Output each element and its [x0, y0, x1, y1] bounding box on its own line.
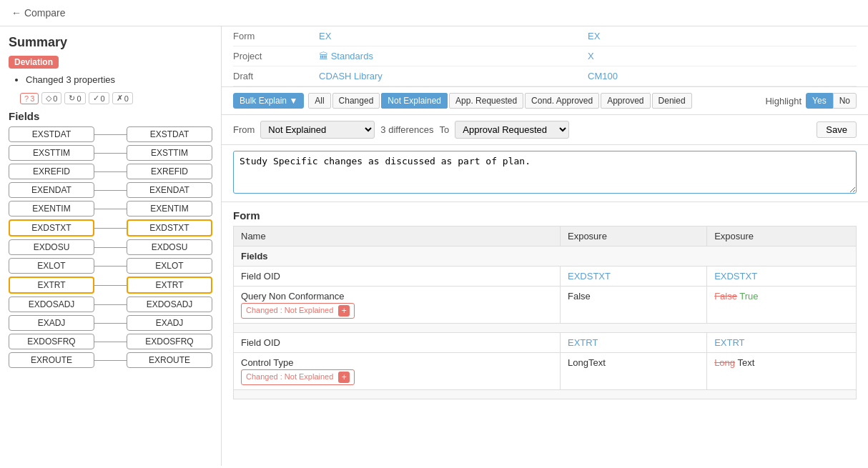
- field-oid-right[interactable]: EXDSTXT: [707, 267, 857, 287]
- filter-tab[interactable]: App. Requested: [449, 93, 523, 109]
- form-section-title: Form: [233, 202, 857, 226]
- field-right-box: EXSTTIM: [127, 145, 212, 161]
- list-item: EXDSTXT EXDSTXT: [9, 219, 212, 237]
- info-row-project: Project 🏛 Standards X: [233, 46, 857, 66]
- field-connector: [94, 228, 127, 229]
- plus-button[interactable]: +: [338, 305, 350, 317]
- list-item: EXTRT EXTRT: [9, 277, 212, 294]
- highlight-label: Highlight: [765, 96, 802, 106]
- field-connector: [94, 134, 127, 135]
- old-value: False: [714, 291, 737, 302]
- list-item: EXSTDAT EXSTDAT: [9, 126, 212, 142]
- list-item: EXREFID EXREFID: [9, 164, 212, 179]
- field-connector: [94, 342, 127, 342]
- plus-button[interactable]: +: [338, 372, 350, 383]
- spacer-row: [234, 390, 857, 399]
- field-connector: [94, 190, 127, 191]
- changed-props-label: Changed 3 properties: [26, 74, 212, 85]
- project-label: Project: [233, 51, 319, 61]
- filter-tab[interactable]: Denied: [652, 93, 692, 109]
- project-right-value[interactable]: X: [588, 51, 594, 61]
- right-value: False True: [707, 287, 857, 324]
- back-link[interactable]: ← Compare: [11, 7, 65, 19]
- table-row: Field OID EXDSTXT EXDSTXT: [234, 267, 857, 287]
- to-select[interactable]: Approval RequestedApprovedDenied: [455, 121, 569, 139]
- question-icon: ?: [24, 94, 29, 103]
- col-name: Name: [234, 226, 561, 247]
- header: ← Compare: [0, 0, 868, 26]
- list-item: EXENDAT EXENDAT: [9, 182, 212, 198]
- highlight-tabs: Yes No: [806, 93, 857, 109]
- field-connector: [94, 360, 127, 361]
- count-badge-1: ◇ 0: [41, 92, 61, 104]
- to-label: To: [440, 124, 450, 135]
- explain-textarea[interactable]: [233, 151, 857, 194]
- draft-right-value[interactable]: CM100: [588, 71, 618, 81]
- form-left-value: EX: [319, 31, 331, 41]
- draft-label: Draft: [233, 71, 319, 81]
- field-right-box: EXSTDAT: [127, 126, 212, 142]
- field-oid-left[interactable]: EXDSTXT: [560, 267, 706, 287]
- highlight-yes-tab[interactable]: Yes: [806, 93, 833, 109]
- field-connector: [94, 171, 127, 172]
- field-right-box: EXROUTE: [127, 352, 212, 368]
- field-right-box: EXENDAT: [127, 182, 212, 198]
- filter-tab[interactable]: Cond. Approved: [525, 93, 599, 109]
- fields-subsection-header: Fields: [234, 247, 857, 267]
- project-left-value[interactable]: 🏛 Standards: [319, 51, 373, 61]
- right-panel: Form EX EX Project 🏛 Standards X Draft: [222, 26, 868, 466]
- col-left: Exposure: [560, 226, 706, 247]
- changed-badge[interactable]: Changed : Not Explained +: [241, 303, 355, 319]
- field-oid-label: Field OID: [234, 333, 561, 353]
- table-row: Query Non Conformance Changed : Not Expl…: [234, 287, 857, 324]
- field-oid-right[interactable]: EXTRT: [707, 333, 857, 353]
- diff-count: 3 differences: [380, 124, 433, 135]
- from-label: From: [233, 124, 255, 135]
- list-item: EXDOSADJ EXDOSADJ: [9, 297, 212, 312]
- highlight-no-tab[interactable]: No: [833, 93, 857, 109]
- count-badge-4: ✗ 0: [112, 92, 133, 104]
- field-left-box: EXDOSFRQ: [9, 334, 94, 349]
- list-item: EXENTIM EXENTIM: [9, 201, 212, 216]
- field-connector: [94, 266, 127, 267]
- field-left-box: EXSTDAT: [9, 126, 94, 142]
- field-connector: [94, 285, 127, 286]
- field-left-box: EXDOSU: [9, 239, 94, 255]
- list-item: EXLOT EXLOT: [9, 258, 212, 274]
- field-left-box: EXSTTIM: [9, 145, 94, 161]
- col-right: Exposure: [707, 226, 857, 247]
- right-value: Long Text: [707, 353, 857, 390]
- field-right-box: EXTRT: [127, 277, 212, 294]
- field-oid-left[interactable]: EXTRT: [560, 333, 706, 353]
- field-left-box: EXADJ: [9, 315, 94, 331]
- field-right-box: EXREFID: [127, 164, 212, 179]
- info-row-draft: Draft CDASH Library CM100: [233, 66, 857, 86]
- save-button[interactable]: Save: [817, 121, 857, 138]
- fields-list: EXSTDAT EXSTDAT EXSTTIM EXSTTIM EXREFID …: [9, 126, 212, 368]
- field-left-box: EXDSTXT: [9, 219, 94, 237]
- changed-badge[interactable]: Changed : Not Explained +: [241, 369, 355, 385]
- field-connector: [94, 247, 127, 248]
- bulk-bar: Bulk Explain ▼ AllChangedNot ExplainedAp…: [222, 87, 868, 115]
- new-value: True: [739, 291, 758, 302]
- filter-tab[interactable]: Approved: [601, 93, 650, 109]
- field-right-box: EXDOSADJ: [127, 297, 212, 312]
- count-badge-2: ↻ 0: [64, 92, 85, 104]
- list-item: EXADJ EXADJ: [9, 315, 212, 331]
- attr-label: Query Non Conformance Changed : Not Expl…: [234, 287, 561, 324]
- list-item: EXDOSFRQ EXDOSFRQ: [9, 334, 212, 349]
- field-right-box: EXDOSU: [127, 239, 212, 255]
- draft-left-value[interactable]: CDASH Library: [319, 71, 383, 81]
- bulk-explain-button[interactable]: Bulk Explain ▼: [233, 93, 304, 109]
- filter-tab[interactable]: All: [308, 93, 330, 109]
- filter-tab[interactable]: Not Explained: [381, 93, 448, 109]
- field-left-box: EXDOSADJ: [9, 297, 94, 312]
- attr-label: Control Type Changed : Not Explained +: [234, 353, 561, 390]
- form-right-value: EX: [588, 31, 600, 41]
- count-3-icon: ✓: [93, 94, 99, 103]
- form-label: Form: [233, 31, 319, 41]
- from-select[interactable]: Not ExplainedChangedApprovedDenied: [260, 121, 375, 139]
- filter-tab[interactable]: Changed: [332, 93, 380, 109]
- field-right-box: EXADJ: [127, 315, 212, 331]
- textarea-wrap: [222, 145, 868, 202]
